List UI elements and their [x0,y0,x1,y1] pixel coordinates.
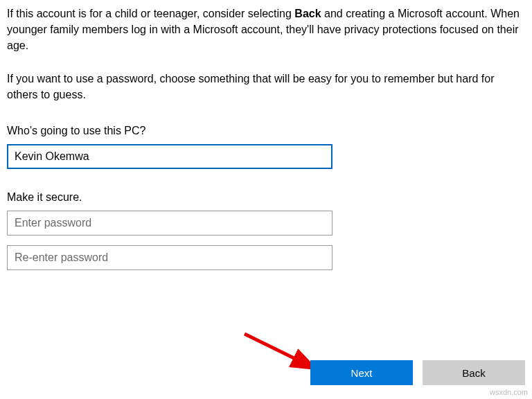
username-input[interactable] [7,144,332,169]
watermark-text: wsxdn.com [490,388,528,396]
confirm-password-input[interactable] [7,245,332,270]
dialog-buttons: Next Back [310,360,525,385]
intro-paragraph-2: If you want to use a password, choose so… [7,71,525,103]
next-button[interactable]: Next [310,360,413,385]
back-button[interactable]: Back [423,360,525,385]
password-input[interactable] [7,211,332,236]
intro-text: If this account is for a child or teenag… [7,6,525,103]
password-section-label: Make it secure. [7,191,525,204]
intro-paragraph-1: If this account is for a child or teenag… [7,6,525,54]
svg-line-0 [245,334,315,369]
username-label: Who's going to use this PC? [7,125,525,137]
